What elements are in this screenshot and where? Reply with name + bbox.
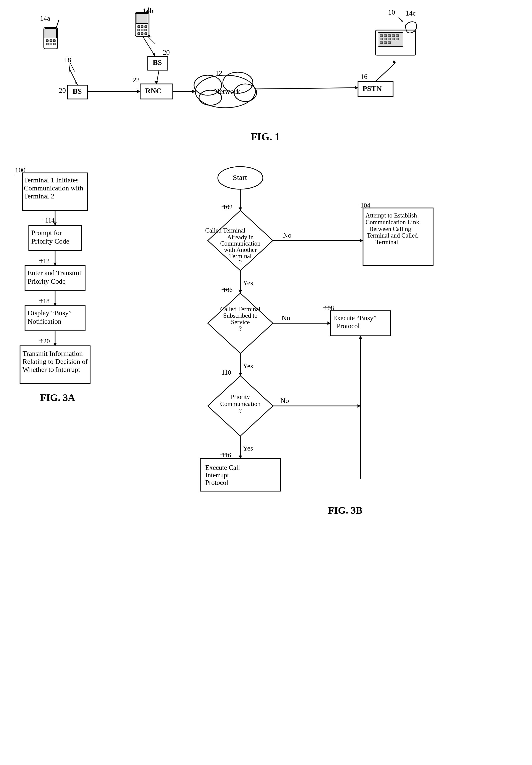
svg-text:Prompt for: Prompt for	[31, 229, 62, 237]
svg-text:?: ?	[239, 407, 242, 414]
svg-text:Start: Start	[233, 173, 247, 181]
svg-rect-10	[136, 14, 148, 24]
svg-line-53	[148, 36, 155, 44]
svg-text:Already in: Already in	[227, 234, 254, 241]
svg-rect-11	[138, 26, 140, 28]
label-rnc: RNC	[145, 86, 161, 95]
fig1-diagram: 14a 14b	[20, 8, 511, 148]
svg-text:116: 116	[222, 451, 231, 459]
svg-marker-64	[154, 81, 158, 84]
svg-text:?: ?	[239, 325, 242, 332]
svg-line-51	[143, 36, 155, 56]
svg-rect-13	[145, 26, 147, 28]
svg-text:Called Terminal: Called Terminal	[220, 306, 261, 313]
label-20a: 20	[59, 86, 66, 94]
svg-text:Terminal: Terminal	[376, 239, 398, 245]
svg-text:Yes: Yes	[243, 362, 253, 370]
svg-text:Protocol: Protocol	[205, 479, 228, 486]
svg-line-49	[69, 63, 70, 73]
label-bs1: BS	[73, 87, 82, 95]
svg-text:Terminal 2: Terminal 2	[24, 192, 54, 200]
svg-text:114: 114	[45, 217, 55, 224]
svg-text:Attempt to Establish: Attempt to Establish	[366, 212, 417, 219]
svg-rect-23	[380, 35, 383, 37]
svg-text:Service: Service	[231, 319, 250, 326]
svg-text:?: ?	[239, 259, 242, 266]
svg-marker-62	[393, 60, 396, 63]
svg-marker-93	[53, 343, 57, 346]
svg-marker-60	[355, 86, 358, 89]
svg-rect-2	[46, 40, 48, 42]
svg-line-8	[56, 20, 59, 28]
svg-text:Priority Code: Priority Code	[28, 278, 66, 285]
label-18: 18	[64, 56, 71, 64]
svg-text:Terminal and Called: Terminal and Called	[367, 232, 418, 239]
svg-text:Terminal 1 Initiates: Terminal 1 Initiates	[24, 176, 79, 184]
svg-rect-18	[141, 33, 143, 35]
svg-rect-17	[138, 33, 140, 35]
svg-rect-31	[392, 38, 395, 40]
svg-text:Terminal: Terminal	[229, 253, 252, 259]
fig1-title: FIG. 1	[251, 131, 280, 143]
svg-rect-5	[46, 43, 48, 45]
svg-line-36	[398, 18, 403, 21]
fig1-svg: 14a 14b	[20, 8, 511, 143]
label-20b: 20	[163, 48, 170, 56]
svg-rect-4	[53, 40, 55, 42]
svg-text:Notification: Notification	[28, 318, 61, 325]
svg-rect-26	[392, 35, 395, 37]
svg-text:Interrupt: Interrupt	[205, 471, 229, 479]
svg-marker-52	[152, 53, 155, 56]
svg-marker-79	[53, 263, 57, 266]
svg-text:Execute Call: Execute Call	[205, 464, 240, 471]
label-bs2: BS	[153, 58, 162, 66]
svg-marker-86	[53, 303, 57, 306]
ref-16: 16	[361, 73, 368, 80]
svg-rect-25	[388, 35, 391, 37]
svg-rect-28	[380, 38, 383, 40]
svg-rect-19	[145, 33, 147, 35]
label-14b: 14b	[143, 8, 153, 15]
svg-line-61	[376, 63, 396, 81]
svg-text:100: 100	[15, 166, 26, 174]
svg-marker-56	[137, 90, 140, 93]
svg-rect-1	[45, 29, 57, 38]
svg-text:Called Terminal: Called Terminal	[205, 227, 246, 234]
svg-rect-12	[141, 26, 143, 28]
svg-rect-16	[145, 29, 147, 31]
svg-rect-7	[53, 43, 55, 45]
svg-rect-34	[384, 42, 387, 44]
svg-text:104: 104	[361, 202, 370, 209]
svg-text:Transmit Information: Transmit Information	[23, 350, 83, 357]
svg-rect-30	[388, 38, 391, 40]
svg-text:Communication with: Communication with	[24, 184, 83, 192]
svg-text:FIG. 3B: FIG. 3B	[328, 505, 363, 516]
svg-text:No: No	[283, 231, 291, 239]
svg-marker-158	[239, 455, 242, 458]
svg-text:Enter and Transmit: Enter and Transmit	[28, 269, 81, 277]
svg-rect-35	[388, 42, 391, 44]
svg-text:Priority: Priority	[231, 393, 250, 400]
svg-text:102: 102	[223, 204, 233, 211]
svg-text:No: No	[282, 314, 290, 322]
svg-text:106: 106	[223, 286, 233, 294]
label-14c: 14c	[405, 9, 415, 17]
svg-rect-6	[50, 43, 52, 45]
svg-text:118: 118	[40, 298, 50, 305]
label-network: Network	[214, 87, 240, 96]
svg-text:Yes: Yes	[243, 279, 253, 287]
fig3-svg: Terminal 1 Initiates Communication with …	[15, 158, 521, 739]
svg-text:Priority Code: Priority Code	[31, 237, 69, 245]
svg-marker-115	[360, 239, 363, 242]
svg-marker-58	[192, 90, 195, 93]
svg-text:108: 108	[324, 305, 334, 312]
svg-text:Protocol: Protocol	[337, 322, 360, 330]
svg-rect-14	[138, 29, 140, 31]
svg-text:Subscribed to: Subscribed to	[223, 312, 258, 319]
svg-text:Communication Link: Communication Link	[366, 219, 419, 226]
svg-line-50	[70, 63, 75, 71]
svg-text:120: 120	[40, 338, 50, 345]
svg-marker-136	[328, 322, 331, 325]
svg-text:Communication: Communication	[220, 240, 261, 247]
svg-text:with Another: with Another	[224, 246, 257, 253]
